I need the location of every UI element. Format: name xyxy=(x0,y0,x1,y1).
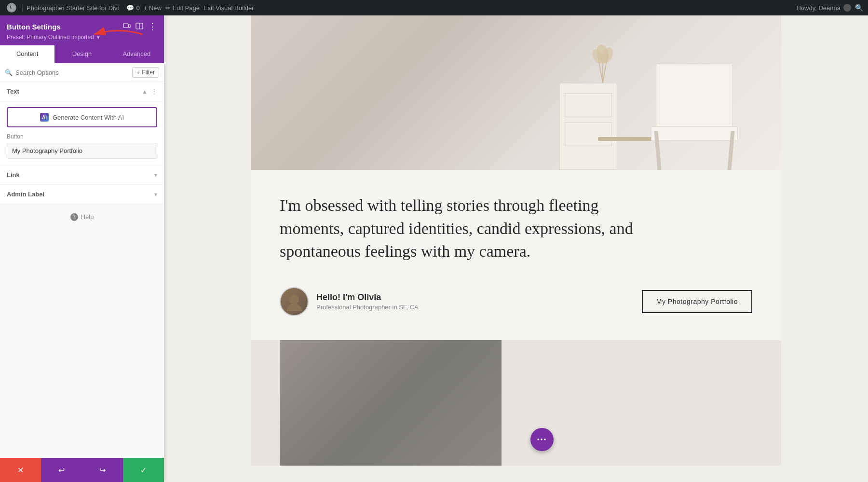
text-section-icons: ▲ ⋮ xyxy=(142,88,157,95)
panel-title: Button Settings xyxy=(7,23,61,31)
svg-point-12 xyxy=(289,295,299,304)
dresser-decoration xyxy=(559,83,617,170)
admin-label-section: Admin Label ▾ xyxy=(0,185,164,204)
new-button[interactable]: + New xyxy=(144,4,162,12)
help-circle-icon: ? xyxy=(70,213,78,221)
bio-section: I'm obsessed with telling stories throug… xyxy=(251,170,781,340)
filter-plus-icon: + xyxy=(136,69,140,76)
howdy-text: Howdy, Deanna xyxy=(796,4,841,12)
main-area: Button Settings ⋮ xyxy=(0,15,868,482)
edit-page-button[interactable]: ✏ Edit Page xyxy=(165,4,200,12)
profile-avatar xyxy=(280,287,309,316)
title-row: Button Settings ⋮ xyxy=(7,21,157,32)
profile-info: Hello! I'm Olivia Professional Photograp… xyxy=(316,292,419,311)
link-section-header[interactable]: Link ▾ xyxy=(0,165,164,184)
filter-button[interactable]: + Filter xyxy=(132,67,159,78)
admin-label-section-title: Admin Label xyxy=(7,191,44,198)
pampas-grass-decoration xyxy=(588,44,617,83)
dresser-drawer-2 xyxy=(565,122,612,146)
save-icon: ✓ xyxy=(140,466,147,475)
preset-label: Preset: Primary Outlined imported xyxy=(7,34,94,41)
panel-body: Text ▲ ⋮ AI Generate Content With AI But… xyxy=(0,82,164,458)
search-input[interactable] xyxy=(15,69,129,76)
bio-quote-text: I'm obsessed with telling stories throug… xyxy=(280,194,665,263)
undo-icon: ↩ xyxy=(58,466,65,475)
button-text-input[interactable] xyxy=(7,143,157,159)
ai-generate-button[interactable]: AI Generate Content With AI xyxy=(7,107,157,127)
header-icons: ⋮ xyxy=(123,21,157,32)
split-view-icon[interactable] xyxy=(136,22,143,31)
link-section-title: Link xyxy=(7,171,20,179)
portfolio-button[interactable]: My Photography Portfolio xyxy=(642,290,752,313)
help-section: ? Help xyxy=(0,204,164,229)
svg-point-13 xyxy=(286,303,302,311)
save-button[interactable]: ✓ xyxy=(123,458,164,482)
exit-builder-button[interactable]: Exit Visual Builder xyxy=(203,4,254,12)
preview-area: I'm obsessed with telling stories throug… xyxy=(164,15,868,482)
undo-button[interactable]: ↩ xyxy=(41,458,82,482)
responsive-icon[interactable] xyxy=(123,22,131,31)
button-field-label: Button xyxy=(7,133,157,140)
text-section-content: AI Generate Content With AI Button xyxy=(0,101,164,165)
fab-icon: ●●● xyxy=(537,437,547,441)
text-section-header[interactable]: Text ▲ ⋮ xyxy=(0,82,164,101)
search-icon: 🔍 xyxy=(5,69,13,76)
panel-header: Button Settings ⋮ xyxy=(0,15,164,45)
comments-count: 0 xyxy=(136,4,139,12)
dresser-drawer-1 xyxy=(565,93,612,117)
admin-label-chevron-icon: ▾ xyxy=(154,191,157,198)
cancel-icon: ✕ xyxy=(17,466,24,475)
tab-design[interactable]: Design xyxy=(54,45,109,63)
bio-profile: Hello! I'm Olivia Professional Photograp… xyxy=(280,287,419,316)
left-panel: Button Settings ⋮ xyxy=(0,15,164,482)
preset-row[interactable]: Preset: Primary Outlined imported ▼ xyxy=(7,34,157,41)
tab-content[interactable]: Content xyxy=(0,45,54,63)
help-button[interactable]: ? Help xyxy=(70,213,94,221)
link-section: Link ▾ xyxy=(0,165,164,185)
more-options-icon[interactable]: ⋮ xyxy=(148,21,157,32)
svg-rect-3 xyxy=(129,25,130,28)
text-section-collapse-icon[interactable]: ▲ xyxy=(142,88,148,95)
bottom-section: ●●● xyxy=(251,340,781,466)
profile-subtitle: Professional Photographer in SF, CA xyxy=(316,303,419,311)
link-chevron-icon: ▾ xyxy=(154,172,157,179)
hero-image-section xyxy=(251,15,781,170)
ai-icon: AI xyxy=(40,113,49,122)
user-avatar xyxy=(843,4,851,12)
howdy-label: Howdy, Deanna xyxy=(796,4,851,12)
panel-footer: ✕ ↩ ↪ ✓ xyxy=(0,458,164,482)
filter-label: Filter xyxy=(142,69,155,76)
site-name[interactable]: Photographer Starter Site for Divi xyxy=(22,4,122,12)
panel-tabs: Content Design Advanced xyxy=(0,45,164,63)
page-content: I'm obsessed with telling stories throug… xyxy=(251,15,781,466)
fab-button[interactable]: ●●● xyxy=(530,428,554,451)
profile-name: Hello! I'm Olivia xyxy=(316,292,419,303)
wp-logo-icon[interactable] xyxy=(5,1,18,14)
svg-rect-2 xyxy=(123,24,128,28)
search-icon[interactable]: 🔍 xyxy=(855,4,863,12)
preset-chevron-icon: ▼ xyxy=(96,35,101,40)
comments-icon: 💬 xyxy=(126,4,134,12)
bottom-image xyxy=(280,340,502,466)
tab-advanced[interactable]: Advanced xyxy=(109,45,164,63)
admin-label-section-header[interactable]: Admin Label ▾ xyxy=(0,185,164,204)
text-section: Text ▲ ⋮ AI Generate Content With AI But… xyxy=(0,82,164,165)
cancel-button[interactable]: ✕ xyxy=(0,458,41,482)
text-section-more-icon[interactable]: ⋮ xyxy=(151,88,157,95)
search-bar: 🔍 + Filter xyxy=(0,63,164,82)
chair-seat xyxy=(651,126,738,141)
redo-button[interactable]: ↪ xyxy=(82,458,123,482)
wp-admin-bar: Photographer Starter Site for Divi 💬 0 +… xyxy=(0,0,868,15)
ai-generate-label: Generate Content With AI xyxy=(53,114,124,121)
comments-link[interactable]: 💬 0 xyxy=(126,4,139,12)
chair-back xyxy=(656,64,733,131)
redo-icon: ↪ xyxy=(99,466,106,475)
text-section-title: Text xyxy=(7,88,19,95)
help-label: Help xyxy=(81,213,94,220)
chair-decoration xyxy=(646,54,743,170)
